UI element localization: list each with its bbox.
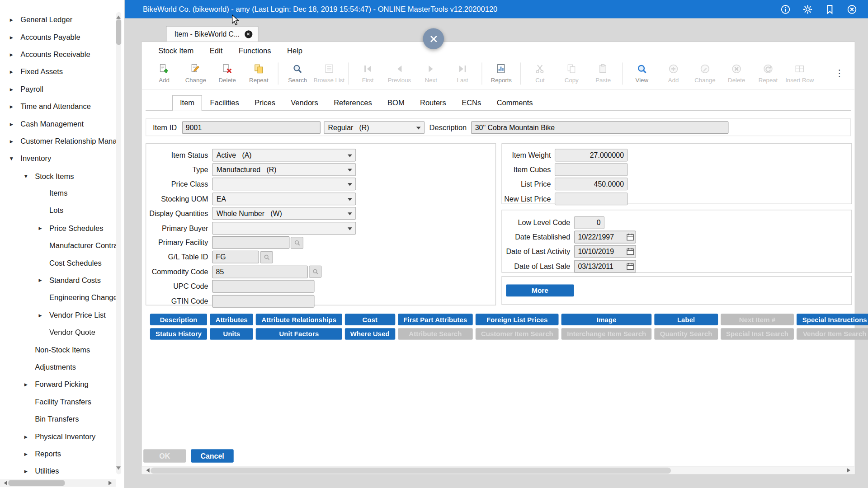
item-status-select[interactable]: Active (A) xyxy=(212,149,356,161)
menu-stock-item[interactable]: Stock Item xyxy=(158,47,193,55)
window-scroll-right-icon[interactable] xyxy=(847,468,852,473)
action-unit-factors-button[interactable]: Unit Factors xyxy=(256,328,342,340)
bookmark-icon[interactable] xyxy=(825,4,835,14)
window-tab[interactable]: Item - BikeWorld C... xyxy=(166,26,258,42)
sidebar-item-engineering-change[interactable]: Engineering Change xyxy=(0,289,124,306)
toolbar-reports-button[interactable]: Reports xyxy=(486,63,517,83)
sidebar-item-stock-items[interactable]: ▼Stock Items xyxy=(0,167,124,184)
action-status-history-button[interactable]: Status History xyxy=(150,328,208,340)
sidebar-vertical-scroll-thumb[interactable] xyxy=(116,19,121,45)
price-class-select[interactable] xyxy=(212,178,356,191)
action-attribute-relationships-button[interactable]: Attribute Relationships xyxy=(256,314,342,325)
menu-functions[interactable]: Functions xyxy=(239,47,271,55)
commodity-code-input[interactable] xyxy=(212,266,308,278)
calendar-icon[interactable] xyxy=(626,262,634,270)
more-button[interactable]: More xyxy=(506,284,574,296)
action-units-button[interactable]: Units xyxy=(210,328,254,340)
sidebar-item-customer-relationship-mana[interactable]: ►Customer Relationship Mana xyxy=(0,133,124,150)
sidebar-item-inventory[interactable]: ▼Inventory xyxy=(0,150,124,167)
sidebar-item-non-stock-items[interactable]: Non-Stock Items xyxy=(0,341,124,358)
menu-help[interactable]: Help xyxy=(287,47,302,55)
sidebar-horizontal-scroll-thumb[interactable] xyxy=(8,480,65,486)
sidebar-item-adjustments[interactable]: Adjustments xyxy=(0,358,124,375)
window-horizontal-scroll-thumb[interactable] xyxy=(151,468,671,474)
window-horizontal-scrollbar[interactable] xyxy=(142,466,854,474)
sidebar-item-vendor-price-list[interactable]: ►Vendor Price List xyxy=(0,306,124,324)
g-l-table-id-input[interactable] xyxy=(212,251,259,263)
low-level-code-input[interactable] xyxy=(574,216,604,229)
action-label-button[interactable]: Label xyxy=(655,314,718,325)
window-scroll-left-icon[interactable] xyxy=(144,468,149,473)
primary-buyer-select[interactable] xyxy=(212,222,356,235)
sidebar-item-payroll[interactable]: ►Payroll xyxy=(0,80,124,98)
sidebar-horizontal-scrollbar[interactable] xyxy=(0,479,116,487)
toolbar-add-button[interactable]: Add xyxy=(148,63,180,83)
sidebar-item-manufacturer-contra[interactable]: Manufacturer Contra xyxy=(0,237,124,254)
tab-bom[interactable]: BOM xyxy=(380,95,412,110)
sidebar-item-reports[interactable]: ►Reports xyxy=(0,445,124,462)
tab-vendors[interactable]: Vendors xyxy=(283,95,326,110)
action-where-used-button[interactable]: Where Used xyxy=(345,328,396,340)
g-l-table-id-lookup-button[interactable] xyxy=(260,251,273,263)
cancel-button[interactable]: Cancel xyxy=(191,449,233,462)
sidebar-item-accounts-payable[interactable]: ►Accounts Payable xyxy=(0,28,124,46)
sidebar-item-time-and-attendance[interactable]: ►Time and Attendance xyxy=(0,98,124,115)
upc-code-input[interactable] xyxy=(212,280,315,293)
toolbar-repeat-button[interactable]: Repeat xyxy=(243,63,275,83)
sidebar-item-fixed-assets[interactable]: ►Fixed Assets xyxy=(0,63,124,80)
info-icon[interactable] xyxy=(781,4,791,14)
action-first-part-attributes-button[interactable]: First Part Attributes xyxy=(398,314,472,325)
sidebar-vertical-scrollbar[interactable] xyxy=(116,12,121,474)
sidebar-item-standard-costs[interactable]: ►Standard Costs xyxy=(0,272,124,289)
sidebar-scroll-up-icon[interactable] xyxy=(116,13,121,19)
tab-ecns[interactable]: ECNs xyxy=(454,95,489,110)
sidebar-item-physical-inventory[interactable]: ►Physical Inventory xyxy=(0,428,124,445)
sidebar-item-items[interactable]: Items xyxy=(0,185,124,202)
sidebar-item-utilities[interactable]: ►Utilities xyxy=(0,463,124,480)
action-description-button[interactable]: Description xyxy=(150,314,208,325)
tab-prices[interactable]: Prices xyxy=(247,95,283,110)
action-attributes-button[interactable]: Attributes xyxy=(210,314,254,325)
calendar-icon[interactable] xyxy=(626,233,634,241)
calendar-icon[interactable] xyxy=(626,248,634,256)
commodity-code-lookup-button[interactable] xyxy=(309,266,321,278)
description-input[interactable] xyxy=(471,121,728,134)
item-id-input[interactable] xyxy=(182,121,320,134)
tab-facilities[interactable]: Facilities xyxy=(202,95,247,110)
tab-comments[interactable]: Comments xyxy=(489,95,540,110)
sidebar-item-bin-transfers[interactable]: Bin Transfers xyxy=(0,411,124,428)
gtin-code-input[interactable] xyxy=(212,295,315,307)
primary-facility-input[interactable] xyxy=(212,236,289,249)
item-weight-input[interactable] xyxy=(555,149,628,161)
primary-facility-lookup-button[interactable] xyxy=(291,237,303,249)
sidebar-item-facility-transfers[interactable]: Facility Transfers xyxy=(0,393,124,410)
sidebar-item-cost-schedules[interactable]: Cost Schedules xyxy=(0,254,124,272)
overlay-close-button[interactable] xyxy=(423,28,444,49)
tab-close-icon[interactable] xyxy=(245,30,252,38)
list-price-input[interactable] xyxy=(555,178,628,191)
sidebar-scroll-down-icon[interactable] xyxy=(116,466,121,472)
display-quantities-select[interactable]: Whole Number (W) xyxy=(212,207,356,220)
sidebar-item-vendor-quote[interactable]: Vendor Quote xyxy=(0,324,124,341)
toolbar-search-button[interactable]: Search xyxy=(282,63,313,83)
item-cubes-input[interactable] xyxy=(555,163,628,176)
tab-routers[interactable]: Routers xyxy=(412,95,454,110)
item-type-select[interactable]: Regular (R) xyxy=(324,121,425,134)
sidebar-item-forward-picking[interactable]: ►Forward Picking xyxy=(0,376,124,393)
sidebar-item-price-schedules[interactable]: ►Price Schedules xyxy=(0,220,124,237)
sidebar-item-accounts-receivable[interactable]: ►Accounts Receivable xyxy=(0,46,124,63)
toolbar-delete-button[interactable]: Delete xyxy=(212,63,243,83)
stocking-uom-select[interactable]: EA xyxy=(212,192,356,205)
action-image-button[interactable]: Image xyxy=(561,314,651,325)
tab-references[interactable]: References xyxy=(326,95,380,110)
toolbar-view-button[interactable]: View xyxy=(626,63,658,83)
action-special-instructions-button[interactable]: Special Instructions xyxy=(797,314,868,325)
type-select[interactable]: Manufactured (R) xyxy=(212,163,356,176)
menu-edit[interactable]: Edit xyxy=(210,47,222,55)
settings-icon[interactable] xyxy=(803,4,813,14)
sidebar-scroll-left-icon[interactable] xyxy=(2,480,7,485)
sidebar-item-cash-management[interactable]: ►Cash Management xyxy=(0,115,124,132)
tab-item[interactable]: Item xyxy=(172,95,202,111)
action-cost-button[interactable]: Cost xyxy=(345,314,396,325)
toolbar-overflow-icon[interactable]: ⋮ xyxy=(830,67,849,79)
